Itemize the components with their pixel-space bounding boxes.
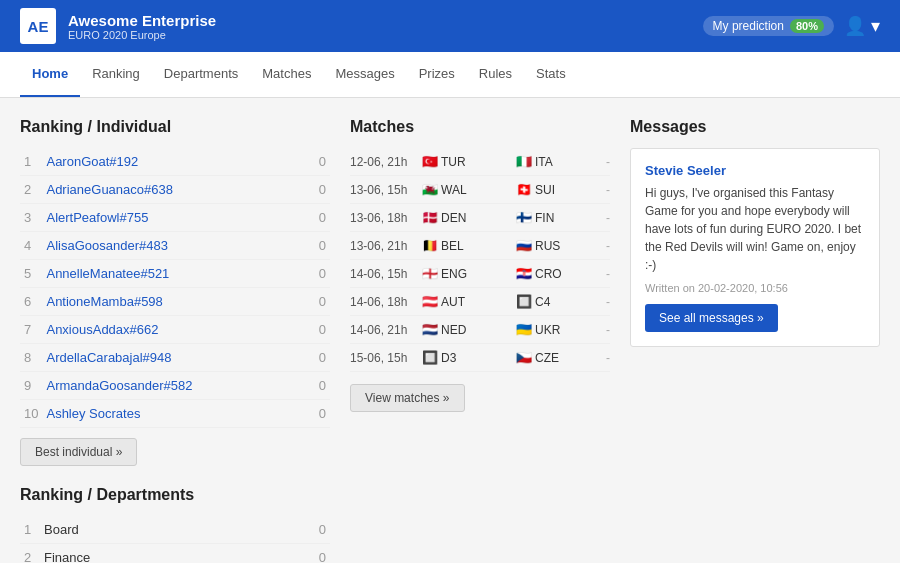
dept-name[interactable]: Finance [40,544,300,564]
match-score: - [590,351,610,365]
ranking-individual-row: 6 AntioneMamba#598 0 [20,288,330,316]
player-name[interactable]: ArdellaCarabajal#948 [42,344,300,372]
match-date: 14-06, 18h [350,295,418,309]
match-score: - [590,267,610,281]
match-date: 13-06, 18h [350,211,418,225]
player-name[interactable]: AnnelleManatee#521 [42,260,300,288]
match-row[interactable]: 14-06, 18h 🇦🇹 AUT 🔲 C4 - [350,288,610,316]
match-team2: 🇺🇦 UKR [516,322,586,337]
team1-flag: 🇩🇰 [422,210,438,225]
team2-flag: 🇭🇷 [516,266,532,281]
team2-name: C4 [535,295,550,309]
dept-score: 0 [300,516,330,544]
player-name[interactable]: ArmandaGoosander#582 [42,372,300,400]
match-row[interactable]: 13-06, 15h 🏴󠁧󠁢󠁷󠁬󠁳󠁿 WAL 🇨🇭 SUI - [350,176,610,204]
team1-name: WAL [441,183,467,197]
team1-flag: 🇧🇪 [422,238,438,253]
player-score: 0 [300,400,330,428]
team1-flag: 🏴󠁧󠁢󠁥󠁮󠁧󠁿 [422,266,438,281]
match-row[interactable]: 13-06, 18h 🇩🇰 DEN 🇫🇮 FIN - [350,204,610,232]
right-column: Messages Stevie Seeler Hi guys, I've org… [630,118,880,347]
ranking-individual-row: 10 Ashley Socrates 0 [20,400,330,428]
player-name[interactable]: AlisaGoosander#483 [42,232,300,260]
nav-rules[interactable]: Rules [467,52,524,97]
match-row[interactable]: 14-06, 21h 🇳🇱 NED 🇺🇦 UKR - [350,316,610,344]
team1-flag: 🇹🇷 [422,154,438,169]
team2-name: FIN [535,211,554,225]
team2-flag: 🇫🇮 [516,210,532,225]
nav-departments[interactable]: Departments [152,52,250,97]
match-score: - [590,323,610,337]
message-text: Hi guys, I've organised this Fantasy Gam… [645,184,865,274]
left-column: Ranking / Individual 1 AaronGoat#192 0 2… [20,118,330,563]
match-row[interactable]: 15-06, 15h 🔲 D3 🇨🇿 CZE - [350,344,610,372]
ranking-individual-row: 1 AaronGoat#192 0 [20,148,330,176]
ranking-individual-row: 3 AlertPeafowl#755 0 [20,204,330,232]
see-all-messages-button[interactable]: See all messages » [645,304,778,332]
match-row[interactable]: 12-06, 21h 🇹🇷 TUR 🇮🇹 ITA - [350,148,610,176]
player-name[interactable]: AaronGoat#192 [42,148,300,176]
team1-name: ENG [441,267,467,281]
nav-ranking[interactable]: Ranking [80,52,152,97]
user-menu-button[interactable]: 👤 ▾ [844,15,880,37]
nav-stats[interactable]: Stats [524,52,578,97]
prediction-badge: My prediction 80% [703,16,834,36]
rank-number: 2 [20,176,42,204]
view-matches-button[interactable]: View matches » [350,384,465,412]
rank-number: 9 [20,372,42,400]
rank-number: 7 [20,316,42,344]
team1-flag: 🇦🇹 [422,294,438,309]
player-name[interactable]: AnxiousAddax#662 [42,316,300,344]
dept-rank: 2 [20,544,40,564]
match-team1: 🔲 D3 [422,350,492,365]
match-row[interactable]: 14-06, 15h 🏴󠁧󠁢󠁥󠁮󠁧󠁿 ENG 🇭🇷 CRO - [350,260,610,288]
team1-name: AUT [441,295,465,309]
matches-list: 12-06, 21h 🇹🇷 TUR 🇮🇹 ITA - 13-06, 15h 🏴󠁧… [350,148,610,372]
match-date: 15-06, 15h [350,351,418,365]
player-name[interactable]: AntioneMamba#598 [42,288,300,316]
player-name[interactable]: AlertPeafowl#755 [42,204,300,232]
match-team1: 🇧🇪 BEL [422,238,492,253]
messages-box: Stevie Seeler Hi guys, I've organised th… [630,148,880,347]
match-team2: 🇷🇺 RUS [516,238,586,253]
player-name[interactable]: AdrianeGuanaco#638 [42,176,300,204]
ranking-departments-row: 1 Board 0 [20,516,330,544]
app-title: Awesome Enterprise EURO 2020 Europe [68,12,216,41]
message-date: Written on 20-02-2020, 10:56 [645,282,865,294]
main-nav: Home Ranking Departments Matches Message… [0,52,900,98]
match-row[interactable]: 13-06, 21h 🇧🇪 BEL 🇷🇺 RUS - [350,232,610,260]
player-score: 0 [300,372,330,400]
nav-matches[interactable]: Matches [250,52,323,97]
ranking-individual-row: 9 ArmandaGoosander#582 0 [20,372,330,400]
team2-name: CZE [535,351,559,365]
match-team1: 🏴󠁧󠁢󠁥󠁮󠁧󠁿 ENG [422,266,492,281]
ranking-individual-row: 8 ArdellaCarabajal#948 0 [20,344,330,372]
nav-prizes[interactable]: Prizes [407,52,467,97]
team2-name: ITA [535,155,553,169]
dept-name[interactable]: Board [40,516,300,544]
team2-name: RUS [535,239,560,253]
prediction-percent: 80% [790,19,824,33]
rank-number: 1 [20,148,42,176]
rank-number: 6 [20,288,42,316]
app-name: Awesome Enterprise [68,12,216,29]
team2-flag: 🇨🇭 [516,182,532,197]
best-individual-button[interactable]: Best individual » [20,438,137,466]
player-score: 0 [300,260,330,288]
player-name[interactable]: Ashley Socrates [42,400,300,428]
ranking-departments-section: Ranking / Departments 1 Board 0 2 Financ… [20,486,330,563]
nav-messages[interactable]: Messages [323,52,406,97]
player-score: 0 [300,176,330,204]
ranking-individual-title: Ranking / Individual [20,118,330,136]
player-score: 0 [300,204,330,232]
team2-flag: 🇺🇦 [516,322,532,337]
match-team1: 🏴󠁧󠁢󠁷󠁬󠁳󠁿 WAL [422,182,492,197]
ranking-departments-row: 2 Finance 0 [20,544,330,564]
nav-home[interactable]: Home [20,52,80,97]
middle-column: Matches 12-06, 21h 🇹🇷 TUR 🇮🇹 ITA - 13-06… [350,118,610,412]
team2-flag: 🇮🇹 [516,154,532,169]
team2-name: UKR [535,323,560,337]
matches-title: Matches [350,118,610,136]
player-score: 0 [300,344,330,372]
rank-number: 3 [20,204,42,232]
